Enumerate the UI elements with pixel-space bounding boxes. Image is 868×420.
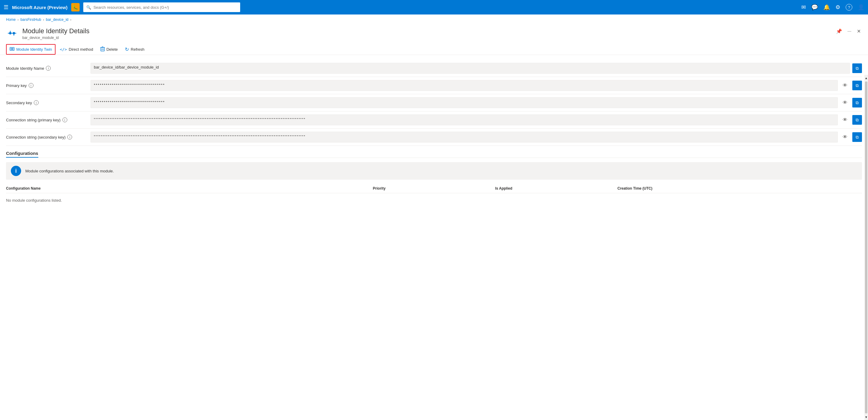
bell-icon[interactable]: 🔔 <box>823 4 830 10</box>
panel-header: Module Identity Details bar_device_modul… <box>0 23 868 42</box>
form-row-primary-key: Primary key i ••••••••••••••••••••••••••… <box>6 77 862 94</box>
form-row-module-name: Module Identity Name i bar_device_id/bar… <box>6 60 862 77</box>
help-icon[interactable]: ? <box>846 4 852 10</box>
connection-secondary-eye-icon[interactable]: 👁 <box>840 132 850 142</box>
form-row-conn-secondary: Connection string (secondary key) i ••••… <box>6 129 862 146</box>
config-empty-message: No module configurations listed. <box>6 193 862 207</box>
configurations-section: Configurations i Module configurations a… <box>0 151 868 207</box>
primary-key-eye-icon[interactable]: 👁 <box>840 81 850 90</box>
form-row-conn-primary: Connection string (primary key) i ••••••… <box>6 111 862 129</box>
breadcrumb-sep-3: › <box>70 18 71 22</box>
delete-icon <box>100 47 105 52</box>
configurations-info-banner: i Module configurations associated with … <box>6 162 862 180</box>
email-icon[interactable]: ✉ <box>801 4 806 10</box>
info-circle-icon: i <box>11 166 21 176</box>
module-identity-name-value: bar_device_id/bar_device_module_id ⧉ <box>91 63 862 74</box>
primary-key-field: •••••••••••••••••••••••••••••••••••• <box>91 80 838 91</box>
close-icon[interactable]: ✕ <box>856 27 862 35</box>
bug-icon[interactable]: 🐛 <box>71 3 80 11</box>
connection-secondary-value: ••••••••••••••••••••••••••••••••••••••••… <box>91 132 862 142</box>
copy-icon: ⧉ <box>856 66 859 71</box>
top-nav: ☰ Microsoft Azure (Preview) 🐛 🔍 ✉ 💬 🔔 ⚙ … <box>0 0 868 15</box>
svg-point-1 <box>13 32 15 34</box>
connection-primary-value: ••••••••••••••••••••••••••••••••••••••••… <box>91 114 862 125</box>
breadcrumb: Home › barsFirstHub › bar_device_id › <box>0 15 868 23</box>
scroll-thumb[interactable] <box>865 82 867 413</box>
copy-connection-primary-button[interactable]: ⧉ <box>852 115 862 125</box>
configurations-title: Configurations <box>6 151 38 156</box>
breadcrumb-sep-2: › <box>43 18 44 22</box>
breadcrumb-hub[interactable]: barsFirstHub <box>21 18 41 22</box>
secondary-key-info-icon[interactable]: i <box>34 100 39 105</box>
module-identity-name-field: bar_device_id/bar_device_module_id <box>91 63 850 74</box>
copy-secondary-key-button[interactable]: ⧉ <box>852 98 862 108</box>
direct-method-icon: </> <box>60 47 67 52</box>
copy-primary-key-button[interactable]: ⧉ <box>852 81 862 90</box>
connection-secondary-info-icon[interactable]: i <box>67 135 72 140</box>
connection-primary-label: Connection string (primary key) i <box>6 117 91 122</box>
col-creation-time: Creation Time (UTC) <box>617 186 862 191</box>
col-priority: Priority <box>373 186 495 191</box>
copy-module-name-button[interactable]: ⧉ <box>852 63 862 73</box>
primary-key-info-icon[interactable]: i <box>29 83 33 88</box>
hamburger-icon[interactable]: ☰ <box>4 4 8 10</box>
feedback-icon[interactable]: 💬 <box>811 4 818 10</box>
col-config-name: Configuration Name <box>6 186 373 191</box>
module-identity-twin-button[interactable]: Module Identity Twin <box>6 44 56 55</box>
breadcrumb-device[interactable]: bar_device_id <box>46 18 68 22</box>
copy-icon-secondary: ⧉ <box>856 100 859 105</box>
refresh-icon: ↻ <box>125 47 129 52</box>
search-icon: 🔍 <box>86 5 91 10</box>
svg-rect-11 <box>101 48 104 51</box>
col-is-applied: Is Applied <box>495 186 617 191</box>
breadcrumb-sep-1: › <box>18 18 19 22</box>
scroll-down-button[interactable]: ▼ <box>864 414 868 420</box>
secondary-key-label: Secondary key i <box>6 100 91 105</box>
delete-button[interactable]: Delete <box>97 45 121 54</box>
primary-key-value: •••••••••••••••••••••••••••••••••••• 👁 ⧉ <box>91 80 862 91</box>
config-table-header: Configuration Name Priority Is Applied C… <box>6 184 862 193</box>
profile-icon[interactable]: 👤 <box>858 4 864 10</box>
refresh-label: Refresh <box>131 47 145 52</box>
connection-primary-eye-icon[interactable]: 👁 <box>840 115 850 125</box>
scrollbar: ▲ ▼ <box>864 75 868 420</box>
refresh-button[interactable]: ↻ Refresh <box>122 45 148 54</box>
direct-method-button[interactable]: </> Direct method <box>57 45 96 53</box>
module-twin-icon <box>10 47 14 52</box>
copy-connection-secondary-button[interactable]: ⧉ <box>852 132 862 142</box>
breadcrumb-home[interactable]: Home <box>6 18 16 22</box>
form-area: Module Identity Name i bar_device_id/bar… <box>0 55 868 151</box>
app-title: Microsoft Azure (Preview) <box>12 5 68 10</box>
panel-header-actions: 📌 ··· ✕ <box>835 27 862 35</box>
configurations-table: Configuration Name Priority Is Applied C… <box>6 184 862 207</box>
more-options-icon[interactable]: ··· <box>846 27 852 35</box>
connection-secondary-label: Connection string (secondary key) i <box>6 135 91 140</box>
connection-primary-field: ••••••••••••••••••••••••••••••••••••••••… <box>91 114 838 125</box>
module-name-info-icon[interactable]: i <box>46 66 51 71</box>
secondary-key-field: •••••••••••••••••••••••••••••••••••• <box>91 97 838 108</box>
pin-icon[interactable]: 📌 <box>835 27 843 35</box>
search-bar: 🔍 <box>83 2 240 12</box>
module-identity-twin-label: Module Identity Twin <box>16 47 52 52</box>
copy-icon-primary: ⧉ <box>856 83 859 88</box>
delete-label: Delete <box>106 47 118 52</box>
page-title: Module Identity Details <box>22 27 831 35</box>
secondary-key-value: •••••••••••••••••••••••••••••••••••• 👁 ⧉ <box>91 97 862 108</box>
connection-primary-info-icon[interactable]: i <box>62 117 67 122</box>
direct-method-label: Direct method <box>69 47 93 52</box>
panel-title-block: Module Identity Details bar_device_modul… <box>22 27 831 40</box>
nav-icons: ✉ 💬 🔔 ⚙ ? 👤 <box>801 4 864 10</box>
settings-icon[interactable]: ⚙ <box>835 4 840 10</box>
configurations-info-text: Module configurations associated with th… <box>25 169 114 173</box>
form-row-secondary-key: Secondary key i ••••••••••••••••••••••••… <box>6 94 862 111</box>
copy-icon-conn-secondary: ⧉ <box>856 135 859 140</box>
svg-point-0 <box>9 32 11 34</box>
primary-key-label: Primary key i <box>6 83 91 88</box>
panel-subtitle: bar_device_module_id <box>22 36 831 40</box>
toolbar: Module Identity Twin </> Direct method D… <box>0 42 868 55</box>
search-input[interactable] <box>94 5 237 10</box>
panel-icon <box>6 27 18 39</box>
scroll-up-button[interactable]: ▲ <box>864 75 868 81</box>
connection-secondary-field: ••••••••••••••••••••••••••••••••••••••••… <box>91 132 838 142</box>
secondary-key-eye-icon[interactable]: 👁 <box>840 98 850 108</box>
